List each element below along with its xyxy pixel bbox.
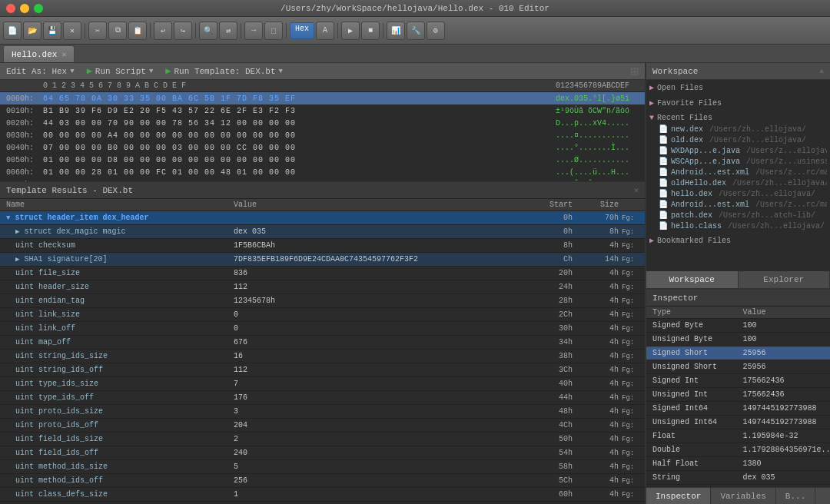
close-button[interactable] <box>6 4 15 13</box>
hex-row-1[interactable]: 0010h: B1 B9 39 F6 D9 E2 20 F5 43 57 22 … <box>0 104 645 117</box>
open-btn[interactable]: 📂 <box>23 22 42 40</box>
inspector-string[interactable]: String dex 035 <box>646 471 830 485</box>
save-btn[interactable]: 💾 <box>43 22 61 40</box>
undo-btn[interactable]: ↩ <box>154 22 172 40</box>
replace-btn[interactable]: ⇄ <box>219 22 237 40</box>
maximize-button[interactable] <box>34 4 43 13</box>
chart-btn[interactable]: 📊 <box>387 22 405 40</box>
workspace-tab[interactable]: Workspace <box>646 271 739 288</box>
select-btn[interactable]: ⬚ <box>264 22 283 40</box>
template-title: Template Results - DEX.bt <box>6 186 133 195</box>
settings-btn[interactable]: ⚙ <box>427 22 445 40</box>
close-btn[interactable]: ✕ <box>63 22 81 40</box>
run-btn[interactable]: ▶ <box>341 22 360 40</box>
hex-row-2[interactable]: 0020h: 44 03 00 00 70 90 00 00 78 56 34 … <box>0 117 645 129</box>
template-row-filesize[interactable]: uint file_size 836 20h 4h Fg: <box>0 267 645 280</box>
tool-btn[interactable]: 🔧 <box>407 22 425 40</box>
template-row-typeidssize[interactable]: uint type_ids_size 7 40h 4h Fg: <box>0 377 645 391</box>
goto-btn[interactable]: → <box>244 22 263 40</box>
inspector-body[interactable]: Signed Byte 100 Unsigned Byte 100 Signed… <box>646 319 830 487</box>
template-row-headersize[interactable]: uint header_size 112 24h 4h Fg: <box>0 280 645 294</box>
inspector-signed-byte[interactable]: Signed Byte 100 <box>646 319 830 333</box>
template-close-icon[interactable]: ✕ <box>633 185 639 195</box>
inspector-signed-int[interactable]: Signed Int 175662436 <box>646 374 830 388</box>
redo-btn[interactable]: ↪ <box>174 22 192 40</box>
inspector-unsigned-byte[interactable]: Unsigned Byte 100 <box>646 333 830 346</box>
template-row-stridsoff[interactable]: uint string_ids_off 112 3Ch 4h Fg: <box>0 363 645 377</box>
inspector-float[interactable]: Float 1.195984e-32 <box>646 429 830 443</box>
new-btn[interactable]: 📄 <box>3 22 22 40</box>
bookmarked-files-header[interactable]: ▶ Bookmarked Files <box>646 234 830 247</box>
hex-row-5[interactable]: 0050h: 01 00 00 00 D8 00 00 00 00 00 00 … <box>0 154 645 166</box>
run-script-dropdown[interactable]: ▶ Run Script ▼ <box>87 65 154 77</box>
inspector-signed-int64[interactable]: Signed Int64 1497445192773988 <box>646 402 830 416</box>
hex-row-0[interactable]: 0000h: 64 65 78 0A 30 33 35 00 BA 6C 5B … <box>0 92 645 104</box>
template-row-methodidsoff[interactable]: uint method_ids_off 256 5Ch 4h Fg: <box>0 474 645 488</box>
hex-row-6[interactable]: 0060h: 01 00 00 28 01 00 00 FC 01 00 00 … <box>0 166 645 178</box>
file-item-hellodex[interactable]: 📄 hello.dex /Users/zh...ellojava/ <box>646 188 830 199</box>
template-row-mapoff[interactable]: uint map_off 676 34h 4h Fg: <box>0 336 645 350</box>
file-item-patch[interactable]: 📄 patch.dex /Users/zh...atch-lib/ <box>646 210 830 220</box>
template-row-fieldidssize[interactable]: uint field_ids_size 2 50h 4h Fg: <box>0 433 645 446</box>
window-controls[interactable] <box>6 4 43 13</box>
paste-btn[interactable]: 📋 <box>128 22 147 40</box>
inspector-bottom-tab[interactable]: Inspector <box>646 488 711 505</box>
template-row-classdefssize[interactable]: uint class_defs_size 1 60h 4h Fg: <box>0 488 645 502</box>
template-body[interactable]: ▼ struct header_item dex_header 0h 70h F… <box>0 211 645 504</box>
template-row-checksum[interactable]: uint checksum 1F5B6CBAh 8h 4h Fg: <box>0 239 645 253</box>
hello-dex-tab[interactable]: Hello.dex ✕ <box>3 45 75 62</box>
template-row-typeidsoff[interactable]: uint type_ids_off 176 44h 4h Fg: <box>0 391 645 405</box>
cut-btn[interactable]: ✂ <box>88 22 107 40</box>
file-item-android2[interactable]: 📄 Android...est.xml /Users/z...rc/main/ <box>646 199 830 210</box>
recent-files-header[interactable]: ▼ Recent Files <box>646 112 830 124</box>
hex-mode-btn[interactable]: Hex <box>290 22 314 39</box>
template-row-linkoff[interactable]: uint link_off 0 30h 4h Fg: <box>0 322 645 336</box>
favorite-files-header[interactable]: ▶ Favorite Files <box>646 97 830 109</box>
tab-close-icon[interactable]: ✕ <box>61 50 66 59</box>
hex-content[interactable]: 0000h: 64 65 78 0A 30 33 35 00 BA 6C 5B … <box>0 92 645 181</box>
inspector-unsigned-int[interactable]: Unsigned Int 175662436 <box>646 388 830 402</box>
template-row-protoidssize[interactable]: uint proto_ids_size 3 48h 4h Fg: <box>0 405 645 419</box>
template-row-linksize[interactable]: uint link_size 0 2Ch 4h Fg: <box>0 308 645 322</box>
run-template-dropdown[interactable]: ▶ Run Template: DEX.bt ▼ <box>165 65 283 77</box>
inspector-double[interactable]: Double 1.17928864356971e... <box>646 443 830 457</box>
expand-icon[interactable]: ⊞ <box>630 63 639 80</box>
template-row-header[interactable]: ▼ struct header_item dex_header 0h 70h F… <box>0 211 645 225</box>
t-start-fieldidsoff: 54h <box>514 449 576 457</box>
workspace-collapse-icon[interactable]: ▲ <box>820 68 824 75</box>
inspector-half-float[interactable]: Half Float 1380 <box>646 457 830 471</box>
stop-btn[interactable]: ■ <box>361 22 380 40</box>
file-item-oldhello[interactable]: 📄 oldHello.dex /Users/zh...ellojava/ <box>646 177 830 188</box>
template-row-magic[interactable]: ▶ struct dex_magic magic dex 035 0h 8h F… <box>0 225 645 239</box>
t-start-linksize: 2Ch <box>514 310 576 319</box>
inspector-signed-short[interactable]: Signed Short 25956 <box>646 346 830 360</box>
template-row-fieldidsoff[interactable]: uint field_ids_off 240 54h 4h Fg: <box>0 446 645 460</box>
ascii-btn[interactable]: A <box>316 22 334 40</box>
minimize-button[interactable] <box>20 4 29 13</box>
template-row-protoidsoff[interactable]: uint proto_ids_off 204 4Ch 4h Fg: <box>0 419 645 433</box>
file-item-wscapp[interactable]: 📄 WSCApp...e.java /Users/z...usiness/ <box>646 156 830 167</box>
file-item-wxdapp[interactable]: 📄 WXDApp...e.java /Users/z...ellojava/ <box>646 145 830 156</box>
template-row-sha1[interactable]: ▶ SHA1 signature[20] 7DF835EFB189F6D9E24… <box>0 253 645 267</box>
inspector-unsigned-int64[interactable]: Unsigned Int64 1497445192773988 <box>646 416 830 429</box>
file-item-helloclass[interactable]: 📄 hello.class /Users/zh...ellojava/ <box>646 220 830 231</box>
find-btn[interactable]: 🔍 <box>199 22 217 40</box>
file-item-android1[interactable]: 📄 Android...est.xml /Users/z...rc/main/ <box>646 167 830 177</box>
hex-row-4[interactable]: 0040h: 07 00 00 00 B0 00 00 00 03 00 00 … <box>0 141 645 154</box>
inspector-unsigned-short[interactable]: Unsigned Short 25956 <box>646 360 830 374</box>
open-files-header[interactable]: ▶ Open Files <box>646 81 830 94</box>
copy-btn[interactable]: ⧉ <box>108 22 127 40</box>
hex-row-3[interactable]: 0030h: 00 00 00 00 A4 00 00 00 00 00 00 … <box>0 129 645 141</box>
template-row-endian[interactable]: uint endian_tag 12345678h 28h 4h Fg: <box>0 294 645 308</box>
variables-bottom-tab[interactable]: Variables <box>711 488 775 505</box>
template-row-stridssize[interactable]: uint string_ids_size 16 38h 4h Fg: <box>0 350 645 363</box>
file-item-olddex[interactable]: 📄 old.dex /Users/zh...ellojava/ <box>646 134 830 145</box>
explorer-tab[interactable]: Explorer <box>739 271 831 288</box>
file-item-newdex[interactable]: 📄 new.dex /Users/zh...ellojava/ <box>646 124 830 134</box>
template-row-methodidssize[interactable]: uint method_ids_size 5 58h 4h Fg: <box>0 460 645 474</box>
value-signed-int64: 1497445192773988 <box>740 404 831 413</box>
b-bottom-tab[interactable]: B... <box>776 488 815 505</box>
file-tree[interactable]: ▶ Open Files ▶ Favorite Files ▼ Recent F… <box>646 80 830 271</box>
edit-as-dropdown[interactable]: Edit As: Hex ▼ <box>6 67 75 76</box>
recent-files-folder-icon: ▼ <box>649 114 654 122</box>
